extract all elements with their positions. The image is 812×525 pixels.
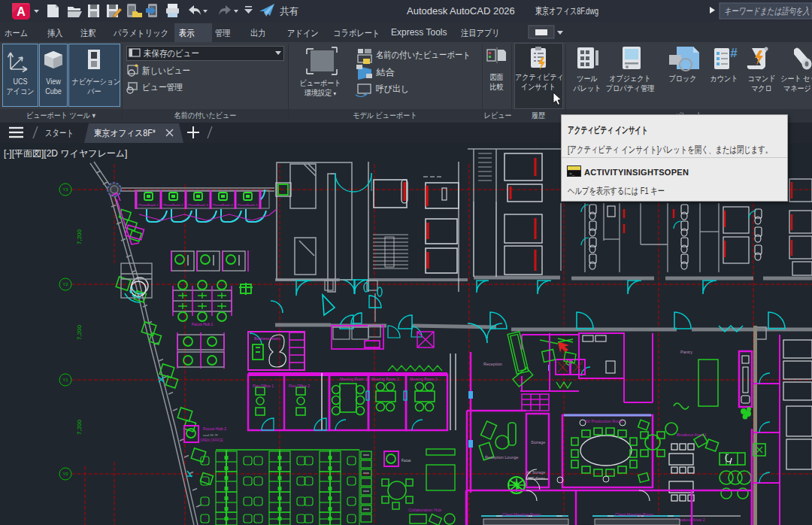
svg-text:[-][平面図][2D ワイヤフレーム]: [-][平面図][2D ワイヤフレーム] bbox=[4, 148, 127, 159]
svg-text:Breakout Area 1: Breakout Area 1 bbox=[677, 432, 706, 437]
svg-text:Client Meeting Room: Client Meeting Room bbox=[502, 512, 541, 517]
svg-text:Flex Office 2: Flex Office 2 bbox=[289, 384, 310, 388]
svg-text:キーワードまたは語句を入: キーワードまたは語句を入 bbox=[724, 6, 810, 17]
svg-text:東京オフィス8F.dwg: 東京オフィス8F.dwg bbox=[535, 5, 598, 17]
svg-text:PhoneBooth 5: PhoneBooth 5 bbox=[238, 203, 258, 207]
svg-text:A: A bbox=[17, 5, 26, 18]
svg-text:Y3: Y3 bbox=[62, 187, 68, 192]
svg-text:Y1: Y1 bbox=[62, 378, 68, 382]
svg-text:Pantry: Pantry bbox=[680, 350, 692, 354]
svg-text:Autodesk AutoCAD 2026: Autodesk AutoCAD 2026 bbox=[407, 5, 515, 17]
svg-text:7,200: 7,200 bbox=[76, 229, 83, 244]
svg-text:>_: >_ bbox=[569, 171, 575, 177]
svg-text:PhoneBooth 1: PhoneBooth 1 bbox=[138, 203, 159, 207]
svg-text:共有: 共有 bbox=[280, 6, 299, 17]
svg-text:Business Room: Business Room bbox=[254, 336, 280, 341]
svg-text:結合: 結合 bbox=[376, 67, 395, 77]
svg-text:Storage: Storage bbox=[531, 440, 545, 445]
svg-text:PhoneBooth 4: PhoneBooth 4 bbox=[213, 203, 233, 207]
svg-text:7,200: 7,200 bbox=[76, 419, 83, 435]
svg-text:新しいビュー: 新しいビュー bbox=[142, 65, 190, 76]
svg-text:ビュー管理: ビュー管理 bbox=[142, 82, 183, 93]
svg-text:PhoneBooth 3: PhoneBooth 3 bbox=[188, 203, 208, 207]
svg-text:呼び出し: 呼び出し bbox=[376, 83, 409, 94]
svg-text:7,200: 7,200 bbox=[76, 324, 83, 340]
svg-text:Meeting Room 1: Meeting Room 1 bbox=[340, 377, 368, 381]
svg-text:スタート: スタート bbox=[45, 128, 74, 138]
svg-text:Flex Office 1: Flex Office 1 bbox=[253, 384, 274, 388]
svg-text:Focus Hub 1: Focus Hub 1 bbox=[192, 322, 214, 326]
svg-text:PhoneBooth 2: PhoneBooth 2 bbox=[163, 203, 183, 207]
svg-text:Y0: Y0 bbox=[62, 472, 68, 476]
svg-text:Reception: Reception bbox=[483, 362, 502, 366]
svg-text:Focus: Focus bbox=[401, 459, 411, 463]
svg-text:OPEN OFFICE: OPEN OFFICE bbox=[200, 439, 223, 442]
svg-text:#: # bbox=[730, 46, 738, 60]
svg-text:Meeting Room 3: Meeting Room 3 bbox=[410, 377, 438, 381]
svg-text:Client Meeting Room: Client Meeting Room bbox=[615, 512, 654, 517]
svg-text:Collaboration Hub: Collaboration Hub bbox=[408, 508, 441, 512]
svg-text:未保存のビュー: 未保存のビュー bbox=[144, 48, 199, 59]
svg-text:AV Production Room: AV Production Room bbox=[585, 419, 623, 423]
svg-text:名前の付いたビューポート: 名前の付いたビューポート bbox=[376, 50, 471, 60]
svg-text:8F Stairs: 8F Stairs bbox=[530, 476, 546, 481]
svg-text:Focus Hub 2: Focus Hub 2 bbox=[203, 426, 226, 431]
svg-text:東京オフィス8F*: 東京オフィス8F* bbox=[94, 128, 156, 138]
svg-text:Y2: Y2 bbox=[62, 282, 68, 287]
svg-text:avail 5F-7F: avail 5F-7F bbox=[203, 433, 219, 437]
svg-text:Meeting Room 2: Meeting Room 2 bbox=[371, 377, 399, 381]
svg-text:Reception Lounge: Reception Lounge bbox=[485, 455, 519, 460]
